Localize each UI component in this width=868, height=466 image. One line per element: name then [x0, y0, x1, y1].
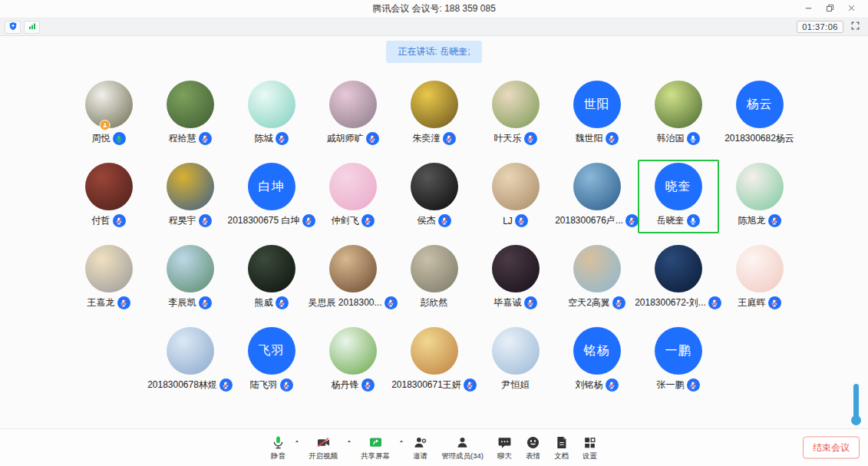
participant-tile[interactable]: 李辰凯 [150, 242, 231, 316]
meeting-security-button[interactable] [5, 21, 21, 34]
participant-tile[interactable]: 铭杨刘铭杨 [556, 324, 638, 398]
bottom-toolbar: 静音开启视频共享屏幕邀请管理成员(34)聊天表情文档设置 结束会议 [0, 428, 868, 466]
participant-tile[interactable]: 仲剑飞 [312, 160, 394, 233]
participant-tile[interactable]: 陈城 [231, 78, 312, 151]
participant-tile[interactable]: 一鹏张一鹏 [638, 324, 719, 398]
toolbar-invite-button[interactable]: 邀请 [413, 435, 427, 461]
participant-tile[interactable]: 韩治国 [638, 78, 719, 151]
toolbar-share-screen-button[interactable]: 共享屏幕 [361, 435, 390, 461]
participant-tile[interactable]: 周悦 [68, 78, 150, 151]
toolbar-label: 聊天 [497, 451, 512, 461]
network-status-button[interactable] [24, 21, 40, 34]
participant-name: 侯杰 [417, 214, 436, 227]
participant-tile[interactable]: 2018300671王妍 [394, 324, 475, 398]
toolbar-settings-button[interactable]: 设置 [583, 435, 597, 461]
caret-up-icon[interactable] [293, 435, 301, 448]
toolbar-emoji-button[interactable]: 表情 [526, 435, 540, 461]
participant-tile[interactable]: 付哲 [68, 160, 150, 233]
toolbar-label: 管理成员(34) [441, 451, 484, 461]
participant-name: 付哲 [92, 214, 111, 227]
avatar [573, 163, 621, 210]
mic-status-icon [524, 296, 537, 309]
avatar [329, 327, 377, 375]
participant-tile[interactable]: 彭欣然 [394, 242, 475, 316]
host-badge-icon [99, 120, 110, 131]
participant-tile[interactable]: 程拾慧 [150, 78, 231, 151]
end-meeting-button[interactable]: 结束会议 [803, 437, 860, 459]
participant-tile[interactable]: 陈旭龙 [719, 160, 800, 233]
toolbar-camera-button[interactable]: 开启视频 [309, 435, 338, 461]
mic-status-icon [438, 214, 451, 227]
toolbar-label: 表情 [526, 451, 540, 461]
mic-status-icon [687, 132, 700, 145]
toolbar-docs-button[interactable]: 文档 [554, 435, 569, 461]
participant-tile[interactable]: 世阳魏世阳 [556, 78, 638, 151]
participant-name: 魏世阳 [576, 132, 603, 145]
participant-row: 周悦程拾慧陈城戚胡师旷朱奕潼叶天乐世阳魏世阳韩治国杨云2018300682杨云 [0, 78, 868, 151]
participants-area: 正在讲话: 岳晓奎; 周悦程拾慧陈城戚胡师旷朱奕潼叶天乐世阳魏世阳韩治国杨云20… [0, 36, 868, 428]
avatar: 飞羽 [248, 327, 295, 375]
participant-tile[interactable]: 王嘉龙 [68, 242, 150, 316]
person-add-icon [413, 435, 427, 450]
participant-tile[interactable]: 吴思辰 2018300... [312, 242, 394, 316]
participant-tile[interactable]: 杨云2018300682杨云 [719, 78, 800, 151]
participant-name: 仲剑飞 [332, 214, 359, 227]
meeting-window: 腾讯会议 会议号: 188 359 085 01:37:06 正在讲话: 岳晓奎… [0, 0, 868, 466]
participant-name: 王嘉龙 [87, 296, 115, 309]
participant-name: 韩治国 [657, 132, 685, 145]
participant-name: 程昊宇 [169, 214, 196, 227]
participant-name: 岳晓奎 [657, 214, 685, 227]
participant-tile[interactable]: 2018300678林煜 [150, 324, 231, 398]
participant-tile[interactable]: LJ [475, 160, 556, 233]
participant-tile[interactable]: 2018300672-刘... [638, 242, 719, 316]
toolbar-members-button[interactable]: 管理成员(34) [441, 435, 484, 461]
participant-tile[interactable]: 空天2高翼 [556, 242, 638, 316]
participant-tile[interactable]: 叶天乐 [475, 78, 556, 151]
mic-status-icon [366, 132, 379, 145]
maximize-button[interactable] [819, 1, 840, 18]
participant-tile[interactable]: 白坤2018300675 白坤 [231, 160, 312, 233]
avatar [85, 245, 133, 292]
participant-tile[interactable]: 晓奎岳晓奎 [638, 160, 719, 233]
participant-tile[interactable]: 戚胡师旷 [312, 78, 394, 151]
participant-name: 毕嘉诚 [494, 296, 522, 309]
meeting-timer: 01:37:06 [797, 21, 843, 33]
participant-name: 戚胡师旷 [327, 132, 364, 145]
mic-status-icon [768, 214, 781, 227]
participant-tile[interactable]: 程昊宇 [150, 160, 231, 233]
participant-tile[interactable]: 2018300676卢... [556, 160, 638, 233]
toolbar-mute-button[interactable]: 静音 [271, 435, 285, 461]
caret-up-icon[interactable] [398, 435, 405, 448]
toolbar-label: 静音 [271, 451, 285, 461]
participant-tile[interactable]: 尹恒姮 [475, 324, 556, 398]
avatar: 白坤 [248, 163, 295, 210]
participant-tile[interactable]: 熊威 [231, 242, 312, 316]
avatar [167, 245, 214, 292]
participant-tile[interactable]: 杨丹锋 [312, 324, 394, 398]
status-right: 01:37:06 [797, 21, 863, 33]
participant-name: 杨丹锋 [332, 378, 359, 392]
avatar: 铭杨 [573, 327, 621, 375]
avatar [248, 81, 295, 128]
close-button[interactable] [840, 1, 862, 18]
document-icon [554, 435, 569, 450]
avatar [736, 163, 784, 210]
chat-icon [497, 435, 512, 450]
status-bar: 01:37:06 [0, 18, 868, 36]
toolbar-chat-button[interactable]: 聊天 [497, 435, 512, 461]
participant-tile[interactable]: 王庭晖 [719, 242, 800, 316]
caret-up-icon[interactable] [345, 435, 353, 448]
participant-tile[interactable]: 飞羽陆飞羽 [231, 324, 312, 398]
scrollbar-thumb[interactable] [853, 384, 859, 419]
minimize-button[interactable] [797, 1, 819, 18]
participant-tile[interactable]: 侯杰 [394, 160, 475, 233]
toolbar-items: 静音开启视频共享屏幕邀请管理成员(34)聊天表情文档设置 [264, 435, 604, 461]
participant-tile[interactable]: 朱奕潼 [394, 78, 475, 151]
participant-name: 周悦 [92, 132, 111, 145]
avatar [248, 245, 295, 292]
mic-status-icon [515, 214, 528, 227]
participant-name: 彭欣然 [421, 296, 448, 309]
participant-tile[interactable]: 毕嘉诚 [475, 242, 556, 316]
mic-status-icon [524, 132, 537, 145]
fullscreen-button[interactable] [849, 21, 861, 33]
